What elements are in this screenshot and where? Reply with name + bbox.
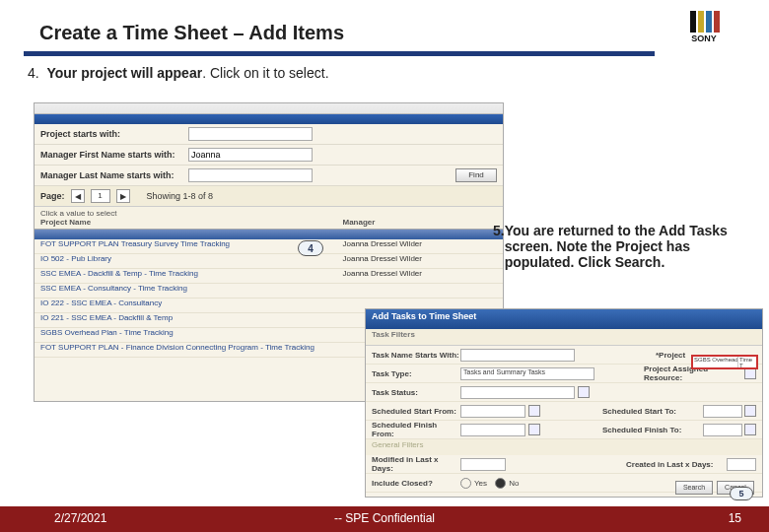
slide-title: Create a Time Sheet – Add Items — [39, 22, 344, 44]
pager-prev[interactable]: ◀ — [71, 189, 85, 203]
calendar-icon[interactable] — [744, 424, 756, 435]
created-days-input[interactable] — [727, 458, 756, 471]
pager-next[interactable]: ▶ — [116, 189, 130, 203]
find-button[interactable]: Find — [455, 168, 497, 182]
calendar-icon[interactable] — [528, 405, 540, 417]
calendar-icon[interactable] — [744, 405, 756, 417]
calendar-icon[interactable] — [528, 424, 540, 435]
filter-mgr-last-input[interactable] — [188, 168, 313, 182]
step-5-text: 5.You are returned to the Add Tasks scre… — [493, 223, 749, 270]
svg-rect-0 — [690, 11, 696, 33]
filter-mgr-last-label: Manager Last Name starts with: — [40, 170, 188, 180]
search-button[interactable]: Search — [675, 481, 713, 495]
project-populated-highlight: SGBS Overhead Plan Time T — [691, 355, 758, 369]
include-closed-no[interactable] — [495, 478, 506, 489]
sched-finish-from[interactable] — [460, 424, 525, 436]
sched-start-from[interactable] — [460, 405, 525, 418]
table-row[interactable]: SSC EMEA - Dackfill & Temp - Time Tracki… — [35, 269, 503, 284]
svg-rect-3 — [714, 11, 720, 33]
svg-text:SONY: SONY — [691, 33, 717, 43]
dialog-title: Add Tasks to Time Sheet — [366, 309, 762, 329]
sched-start-to[interactable] — [703, 405, 742, 418]
callout-badge-4: 4 — [298, 240, 323, 256]
modified-days-input[interactable] — [460, 458, 506, 471]
task-name-input[interactable] — [460, 349, 575, 362]
task-type-select[interactable]: Tasks and Summary Tasks — [460, 367, 594, 380]
step-4-text: 4. Your project will appear. Click on it… — [28, 65, 329, 81]
task-filters-tab[interactable]: Task Filters — [366, 329, 762, 346]
title-rule — [24, 51, 655, 56]
pager-page[interactable]: 1 — [91, 189, 110, 203]
table-row[interactable]: FOT SUPPORT PLAN Treasury Survey Time Tr… — [35, 239, 503, 254]
add-tasks-screenshot: Add Tasks to Time Sheet Task Filters Tas… — [365, 308, 763, 498]
general-filters-header: General Filters — [366, 439, 762, 455]
svg-rect-2 — [706, 11, 712, 33]
svg-rect-1 — [698, 11, 704, 33]
sched-finish-to[interactable] — [703, 424, 742, 436]
filter-project-starts-label: Project starts with: — [40, 129, 188, 139]
footer-date: 2/27/2021 — [54, 511, 106, 525]
results-header: Click a value to selectProject Name Mana… — [35, 207, 503, 230]
footer-confidential: -- SPE Confidential — [334, 511, 435, 525]
task-status-select[interactable] — [460, 386, 575, 399]
slide-footer: 2/27/2021 -- SPE Confidential 15 — [0, 506, 769, 532]
table-row[interactable]: IO 502 - Pub LibraryJoanna Dressel Wilde… — [35, 254, 503, 269]
filter-mgr-first-label: Manager First Name starts with: — [40, 150, 188, 160]
footer-page-number: 15 — [729, 511, 741, 525]
filter-project-starts-input[interactable] — [188, 127, 313, 141]
table-row[interactable]: SSC EMEA - Consultancy - Time Tracking — [35, 284, 503, 299]
filter-mgr-first-input[interactable] — [188, 148, 313, 162]
callout-badge-5: 5 — [730, 487, 753, 500]
sony-logo: SONY — [686, 8, 747, 43]
include-closed-yes[interactable] — [460, 478, 471, 489]
dropdown-icon[interactable] — [578, 386, 590, 398]
